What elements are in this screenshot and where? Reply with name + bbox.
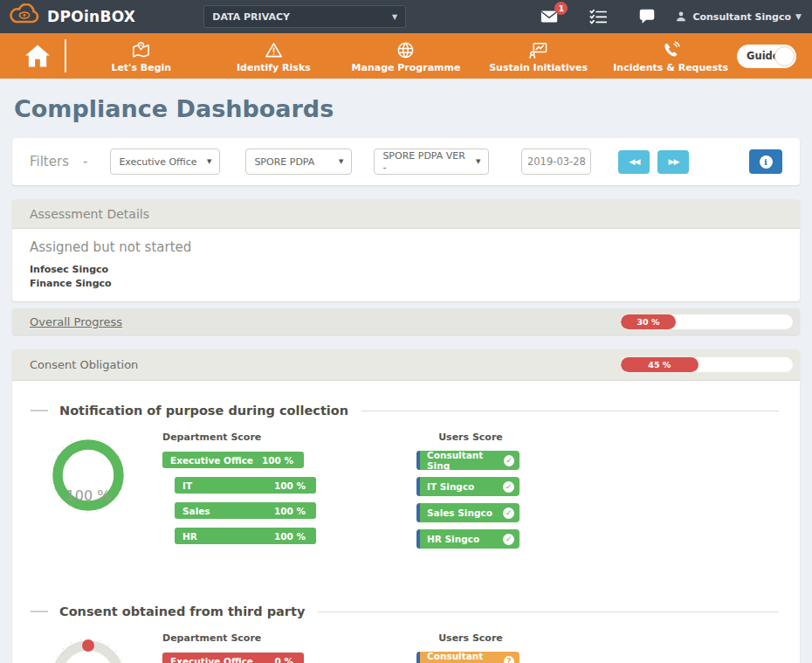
map-pin-icon — [131, 40, 151, 60]
cloud-eye-logo-icon — [7, 3, 42, 30]
consent-progress-bar: 45 % — [621, 357, 793, 372]
users-score-header: Users Score — [416, 432, 525, 443]
version-filter-select[interactable]: SPORE PDPA VER - ▼ — [374, 148, 489, 175]
module-select-value: DATA PRIVACY — [212, 11, 290, 23]
gauge-value: 100 % — [49, 436, 127, 556]
version-filter-value: SPORE PDPA VER - — [382, 150, 471, 173]
chevron-down-icon: ▼ — [334, 158, 343, 165]
chevron-down-icon: ▼ — [471, 158, 480, 165]
user-score-bar[interactable]: Consultant Sing ✓ — [416, 451, 520, 470]
info-icon: i — [760, 155, 773, 169]
score-gauge: 100 % — [49, 436, 127, 556]
department-score-bar[interactable]: Executive Office 100 % — [162, 452, 304, 468]
user-bar-accent — [416, 451, 420, 470]
mail-button[interactable]: 1 — [538, 7, 561, 26]
fast-backward-icon: ◀◀ — [629, 157, 639, 166]
gauge-value: 0 % — [49, 637, 127, 663]
section-title: Consent obtained from third party — [59, 604, 305, 618]
guided-toggle[interactable]: Guided — [737, 45, 796, 68]
section-notification-of-purpose: Notification of purpose during collectio… — [31, 404, 782, 556]
consent-obligation-title: Consent Obligation — [30, 358, 138, 371]
user-score-bar[interactable]: HR Singco ✓ — [416, 529, 520, 549]
user-menu[interactable]: Consultant Singco ▼ — [674, 10, 802, 24]
department-score-header: Department Score — [162, 432, 318, 443]
nav-item-incidents-requests[interactable]: Incidents & Requests — [604, 38, 737, 73]
department-filter-value: Executive Office — [119, 156, 196, 168]
checklist-icon — [587, 7, 609, 26]
chat-button[interactable] — [636, 7, 658, 26]
user-score-bar[interactable]: Consultant Sing ? — [416, 652, 520, 663]
section-title: Notification of purpose during collectio… — [59, 404, 348, 418]
main-nav: Let's Begin Identify Risks Manage Progra… — [0, 33, 812, 79]
previous-period-button[interactable]: ◀◀ — [618, 150, 650, 174]
consent-obligation-panel: Consent Obligation 45 % Notification of … — [12, 349, 800, 663]
department-score-bar[interactable]: Sales 100 % — [175, 502, 316, 519]
home-button[interactable] — [23, 41, 52, 71]
chat-bubble-icon — [636, 7, 658, 26]
assessment-details-panel: Assessment Details Assigned but not star… — [12, 199, 800, 301]
users-score-header: Users Score — [416, 632, 525, 644]
section-dash — [31, 611, 48, 612]
nav-divider — [65, 39, 66, 73]
nav-item-lets-begin[interactable]: Let's Begin — [75, 38, 208, 73]
brand-name: DPOinBOX — [47, 8, 135, 25]
overall-progress-row: Overall Progress 30 % — [12, 308, 800, 335]
chevron-down-icon: ▼ — [202, 158, 211, 165]
user-bar-accent — [416, 652, 420, 663]
filters-dash: - — [83, 154, 87, 169]
overall-progress-link[interactable]: Overall Progress — [30, 315, 122, 328]
check-icon: ✓ — [504, 455, 514, 466]
regulation-filter-value: SPORE PDPA — [254, 156, 314, 168]
next-period-button[interactable]: ▶▶ — [657, 150, 689, 174]
presentation-icon — [528, 40, 548, 60]
module-select[interactable]: DATA PRIVACY ▼ — [203, 5, 406, 28]
toggle-knob — [774, 46, 795, 66]
user-score-bar[interactable]: Sales Singco ✓ — [416, 503, 520, 522]
nav-item-sustain-initiatives[interactable]: Sustain Initiatives — [472, 38, 605, 73]
question-icon: ? — [504, 656, 514, 663]
check-icon: ✓ — [503, 481, 514, 493]
regulation-filter-select[interactable]: SPORE PDPA ▼ — [245, 148, 352, 175]
department-score-bar[interactable]: HR 100 % — [175, 528, 316, 544]
date-input[interactable]: 2019-03-28 — [521, 148, 591, 175]
department-score-bar[interactable]: IT 100 % — [175, 477, 316, 494]
fast-forward-icon: ▶▶ — [668, 157, 678, 166]
tasks-button[interactable] — [587, 7, 609, 26]
brand-logo: DPOinBOX — [7, 3, 135, 30]
warning-triangle-icon — [264, 40, 284, 60]
home-icon — [23, 41, 52, 71]
check-icon: ✓ — [503, 508, 514, 519]
filters-bar: Filters - Executive Office ▼ SPORE PDPA … — [12, 138, 800, 185]
user-bar-accent — [416, 529, 420, 549]
user-bar-accent — [416, 477, 420, 496]
assessment-status-text: Assigned but not started — [30, 239, 782, 256]
user-score-bar[interactable]: IT Singco ✓ — [416, 477, 520, 496]
chevron-down-icon: ▼ — [392, 13, 397, 21]
chevron-down-icon: ▼ — [795, 12, 802, 21]
mail-count-badge: 1 — [554, 2, 568, 15]
user-icon — [674, 10, 688, 24]
score-gauge: 0 % — [49, 637, 127, 663]
assessment-details-header: Assessment Details — [12, 199, 800, 229]
consent-obligation-header: Consent Obligation 45 % — [12, 349, 800, 381]
department-score-header: Department Score — [162, 632, 318, 644]
department-score-bar[interactable]: Executive Office 0 % — [162, 653, 304, 663]
department-filter-select[interactable]: Executive Office ▼ — [110, 148, 220, 175]
nav-item-manage-programme[interactable]: Manage Programme — [340, 38, 472, 73]
pending-user: Finance Singco — [30, 277, 782, 291]
pending-user: Infosec Singco — [30, 263, 782, 277]
user-bar-accent — [416, 503, 420, 522]
check-icon: ✓ — [503, 534, 514, 545]
section-rule — [361, 411, 779, 411]
top-bar: DPOinBOX DATA PRIVACY ▼ 1 — [0, 0, 812, 33]
nav-item-identify-risks[interactable]: Identify Risks — [208, 38, 341, 73]
page-title: Compliance Dashboards — [14, 94, 812, 123]
info-button[interactable]: i — [749, 149, 782, 174]
section-rule — [318, 611, 779, 612]
phone-icon — [661, 40, 681, 60]
section-consent-third-party: Consent obtained from third party 0 % De… — [31, 604, 782, 663]
overall-progress-fill: 30 % — [621, 314, 676, 329]
globe-icon — [396, 40, 416, 60]
section-dash — [31, 410, 48, 411]
filters-label: Filters — [30, 154, 69, 169]
